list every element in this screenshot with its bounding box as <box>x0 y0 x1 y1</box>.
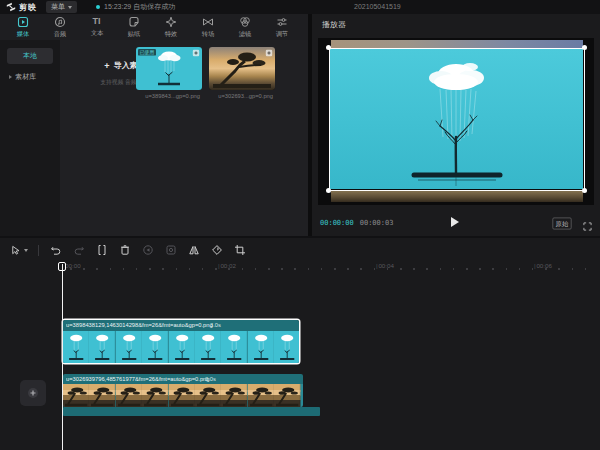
text-icon: TI <box>93 16 101 27</box>
freeze-frame-button[interactable] <box>164 243 178 257</box>
filmstrip-frame <box>89 331 115 363</box>
filmstrip-frame <box>116 331 142 363</box>
filmstrip-frame <box>116 384 142 407</box>
timeline-clip-2[interactable]: u=3026939796,485761977&fm=26&fmt=auto&gp… <box>63 374 303 407</box>
total-duration: 00:00:03 <box>360 219 394 227</box>
mirror-button[interactable] <box>187 243 201 257</box>
add-to-track-icon[interactable] <box>265 49 273 57</box>
fullscreen-button[interactable] <box>583 217 592 235</box>
undo-button[interactable] <box>49 243 63 257</box>
split-button[interactable] <box>95 243 109 257</box>
chevron-down-icon <box>24 249 28 252</box>
timeline-ruler[interactable]: 00:00 |00:02 |00:04 |00:06 <box>0 262 600 275</box>
clip-2-filmstrip <box>63 384 303 407</box>
tab-text-label: 文本 <box>90 29 103 38</box>
tab-filter[interactable]: 滤镜 <box>226 14 263 40</box>
capcut-logo-icon <box>6 2 16 12</box>
main-row: 媒体 音频 TI 文本 <box>0 14 600 236</box>
autosave-status: 15:23:29 自动保存成功 <box>96 2 175 12</box>
underlying-image-bottom <box>331 190 583 202</box>
ruler-label-0: 00:00 <box>65 263 81 270</box>
playhead-handle[interactable] <box>58 262 66 271</box>
timeline-section: 00:00 |00:02 |00:04 |00:06 u=3898438129,… <box>0 238 600 450</box>
asset-thumbnail-1: 已使用 <box>136 47 202 90</box>
tab-adjust-label: 调节 <box>275 29 288 38</box>
clip-1-label: u=3898438129,1463014298&fm=26&fmt=auto&g… <box>66 322 213 328</box>
asset-card-2[interactable]: u=302693...gp=0.png <box>209 47 275 102</box>
aspect-ratio-button[interactable]: 原始 <box>552 218 571 230</box>
ruler-label-3: |00:06 <box>534 263 552 270</box>
clip-2-header: u=3026939796,485761977&fm=26&fmt=auto&gp… <box>63 374 303 384</box>
ruler-label-1: |00:02 <box>218 263 236 270</box>
clip-1-duration: 3.0s <box>210 322 221 328</box>
tab-transition[interactable]: 转场 <box>189 14 226 40</box>
clip-1-filmstrip <box>63 331 299 363</box>
tab-audio-label: 音频 <box>53 29 66 38</box>
filmstrip-frame <box>221 384 247 407</box>
player-title: 播放器 <box>322 19 346 30</box>
filmstrip-frame <box>63 384 89 407</box>
track-2-color-bar[interactable] <box>63 407 320 416</box>
play-button[interactable] <box>448 215 462 229</box>
tab-effects[interactable]: 特效 <box>152 14 189 40</box>
filmstrip-frame <box>89 384 115 407</box>
delete-button[interactable] <box>118 243 132 257</box>
tab-media-label: 媒体 <box>16 29 29 38</box>
player-controls: 00:00:00 00:00:03 原始 <box>312 210 600 236</box>
sidebar-item-library[interactable]: 素材库 <box>7 72 53 82</box>
selection-handle-top-right[interactable] <box>582 45 587 50</box>
media-panel: 媒体 音频 TI 文本 <box>0 14 308 236</box>
timeline-toolbar <box>0 240 600 260</box>
ruler-label-2: |00:04 <box>376 263 394 270</box>
preview-viewport <box>318 38 594 205</box>
player-panel: 播放器 <box>312 14 600 236</box>
selection-handle-bottom-left[interactable] <box>326 188 331 193</box>
cursor-select-icon <box>8 243 22 257</box>
redo-button[interactable] <box>72 243 86 257</box>
used-badge: 已使用 <box>138 49 156 56</box>
audio-icon <box>54 16 66 28</box>
tab-text[interactable]: TI 文本 <box>78 14 115 40</box>
filmstrip-frame <box>169 331 195 363</box>
selected-clip-preview[interactable] <box>329 48 585 191</box>
menu-button[interactable]: 菜单 <box>46 1 77 13</box>
tab-sticker[interactable]: 贴纸 <box>115 14 152 40</box>
tab-adjust[interactable]: 调节 <box>263 14 300 40</box>
chevron-down-icon <box>68 6 72 9</box>
selection-handle-top-left[interactable] <box>326 45 331 50</box>
media-panel-body: 本地 素材库 + 导入素材 支持视频 音频 图片 <box>0 40 308 236</box>
add-media-button[interactable] <box>20 380 46 406</box>
app-logo: 剪映 <box>6 2 37 13</box>
tab-filter-label: 滤镜 <box>238 29 251 38</box>
autosave-text: 15:23:29 自动保存成功 <box>104 2 175 12</box>
rotate-button[interactable] <box>210 243 224 257</box>
crop-button[interactable] <box>233 243 247 257</box>
tracks-area: u=3898438129,1463014298&fm=26&fmt=auto&g… <box>0 275 600 450</box>
preview-scene <box>330 49 583 189</box>
filmstrip-frame <box>142 331 168 363</box>
effects-icon <box>165 16 177 28</box>
tab-transition-label: 转场 <box>201 29 214 38</box>
fullscreen-icon <box>583 222 592 231</box>
filmstrip-frame <box>142 384 168 407</box>
toolbar-divider <box>38 245 39 256</box>
clip-2-label: u=3026939796,485761977&fm=26&fmt=auto&gp… <box>66 376 209 382</box>
filmstrip-frame <box>248 331 274 363</box>
current-time: 00:00:00 <box>320 219 354 227</box>
reverse-button[interactable] <box>141 243 155 257</box>
tab-media[interactable]: 媒体 <box>4 14 41 40</box>
select-tool-button[interactable] <box>8 243 28 257</box>
filmstrip-frame <box>248 384 274 407</box>
menu-label: 菜单 <box>51 2 65 12</box>
sidebar-item-local[interactable]: 本地 <box>7 48 53 64</box>
media-sidebar: 本地 素材库 <box>0 40 60 236</box>
filmstrip-frame <box>195 384 221 407</box>
transition-icon <box>202 16 214 28</box>
add-to-track-icon[interactable] <box>192 49 200 57</box>
tab-audio[interactable]: 音频 <box>41 14 78 40</box>
selection-handle-bottom-right[interactable] <box>582 188 587 193</box>
timeline-clip-1[interactable]: u=3898438129,1463014298&fm=26&fmt=auto&g… <box>63 320 299 363</box>
plus-circle-icon <box>26 386 40 400</box>
video-editor-window: 剪映 菜单 15:23:29 自动保存成功 202105041519 媒体 <box>0 0 600 450</box>
asset-card-1[interactable]: 已使用 u=389843...gp=0.png <box>136 47 202 102</box>
